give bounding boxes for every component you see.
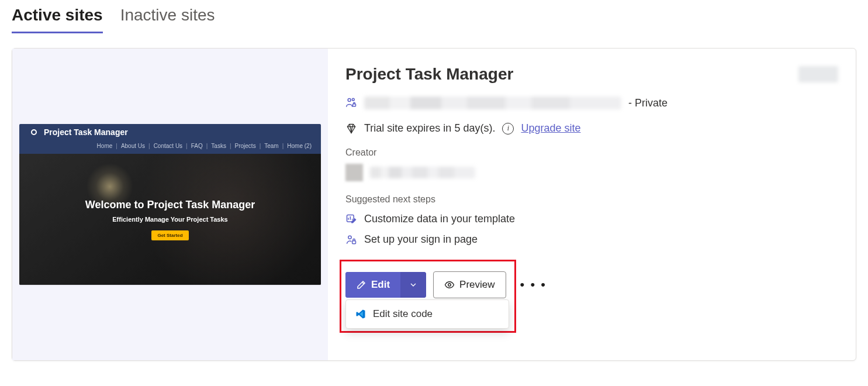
svg-rect-5 <box>352 240 356 243</box>
thumb-nav-item: Home (2) <box>287 143 312 149</box>
edit-button[interactable]: Edit <box>345 272 400 298</box>
chevron-down-icon <box>409 280 418 290</box>
thumb-nav-item: Contact Us <box>154 143 182 149</box>
thumb-nav-item: FAQ <box>191 143 203 149</box>
creator-avatar <box>345 164 363 181</box>
eye-icon <box>444 280 455 290</box>
edit-button-label: Edit <box>371 279 390 291</box>
redacted-creator-name <box>370 167 475 178</box>
svg-point-1 <box>352 98 355 101</box>
trial-expiry-text: Trial site expires in 5 day(s). <box>364 122 495 135</box>
thumb-nav-item: Home <box>97 143 113 149</box>
edit-split-button: Edit <box>345 272 426 298</box>
person-lock-icon <box>345 234 357 246</box>
site-logo-icon <box>31 129 37 135</box>
thumb-hero-title: Welcome to Project Task Manager <box>85 199 255 211</box>
svg-point-6 <box>448 284 451 287</box>
suggested-steps-label: Suggested next steps <box>345 194 838 205</box>
svg-point-4 <box>348 236 351 239</box>
tab-inactive-sites[interactable]: Inactive sites <box>120 6 215 33</box>
chart-edit-icon <box>345 213 357 225</box>
diamond-icon <box>345 123 357 135</box>
more-actions-button[interactable]: • • • <box>513 273 554 297</box>
thumb-hero-subtitle: Efficiently Manage Your Project Tasks <box>85 216 255 223</box>
svg-point-0 <box>348 99 351 102</box>
thumb-nav-item: Tasks <box>211 143 226 149</box>
vscode-icon <box>355 309 366 319</box>
preview-button-label: Preview <box>459 279 494 291</box>
upgrade-site-link[interactable]: Upgrade site <box>521 122 580 135</box>
edit-dropdown-button[interactable] <box>400 272 426 298</box>
tabs-bar: Active sites Inactive sites <box>12 6 856 33</box>
preview-button[interactable]: Preview <box>433 271 506 298</box>
thumb-nav-item: About Us <box>121 143 145 149</box>
site-card: Project Task Manager Home| About Us| Con… <box>12 48 856 361</box>
thumb-nav-item: Team <box>264 143 278 149</box>
edit-site-code-label: Edit site code <box>373 308 433 320</box>
thumb-hero: Welcome to Project Task Manager Efficien… <box>19 154 321 285</box>
edit-site-code-item[interactable]: Edit site code <box>346 300 509 328</box>
thumb-nav-item: Projects <box>235 143 256 149</box>
tab-active-sites[interactable]: Active sites <box>12 6 103 33</box>
step-setup-signin[interactable]: Set up your sign in page <box>364 233 478 246</box>
thumb-header: Project Task Manager <box>19 124 321 140</box>
privacy-label: - Private <box>628 97 668 109</box>
svg-rect-2 <box>353 104 356 106</box>
thumb-nav: Home| About Us| Contact Us| FAQ| Tasks| … <box>19 140 321 154</box>
site-title: Project Task Manager <box>345 65 513 84</box>
site-detail-panel: Project Task Manager - Private Tri <box>328 49 856 360</box>
edit-dropdown-menu: Edit site code <box>345 299 509 329</box>
info-icon[interactable]: i <box>502 123 514 135</box>
creator-label: Creator <box>345 147 838 158</box>
step-customize-data[interactable]: Customize data in your template <box>364 213 515 225</box>
thumb-hero-cta: Get Started <box>151 230 188 240</box>
site-thumbnail[interactable]: Project Task Manager Home| About Us| Con… <box>19 124 321 285</box>
redacted-url <box>364 96 621 109</box>
thumb-site-name: Project Task Manager <box>44 127 128 137</box>
people-lock-icon <box>345 97 357 109</box>
redacted-badge <box>798 66 838 82</box>
site-thumbnail-panel: Project Task Manager Home| About Us| Con… <box>12 49 328 360</box>
pencil-icon <box>356 280 366 290</box>
action-bar: Edit Preview • • • <box>345 271 838 298</box>
